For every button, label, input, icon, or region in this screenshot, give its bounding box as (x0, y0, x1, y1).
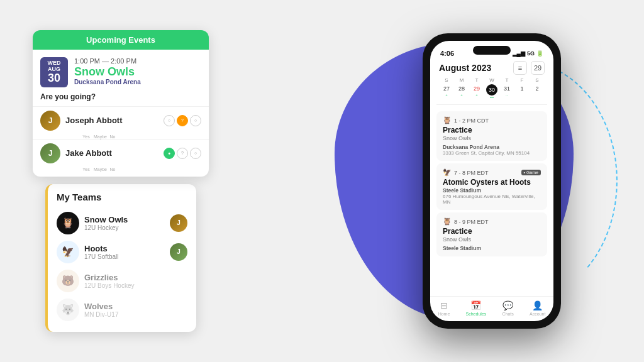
event-card-time-1: 🦉 1 - 2 PM CDT (443, 116, 541, 124)
event-card-game[interactable]: 🦅 7 - 8 PM EDT ▪ Game Atomic Oysters at … (436, 163, 547, 210)
team-logo-hoots: 🦅 (57, 241, 79, 263)
rsvp-maybe-joseph[interactable]: ? (177, 115, 188, 126)
battery-icon: 🔋 (536, 50, 543, 57)
chats-icon: 💬 (502, 300, 513, 310)
team-info-grizzlies: Grizzlies 12U Boys Hockey (84, 273, 187, 289)
rsvp-label-yes-2: Yes (80, 167, 92, 172)
event-icon-1: 🦉 (443, 116, 452, 124)
team-name-wolves: Wolves (84, 302, 187, 311)
cal-day-header-f: F (514, 77, 530, 83)
rsvp-label-maybe-2: Maybe (94, 167, 105, 172)
team-name-snow-owls: Snow Owls (84, 215, 165, 224)
team-info-snow-owls: Snow Owls 12U Hockey (84, 215, 165, 231)
cal-day-header-t2: T (499, 77, 514, 83)
day-name: WED (45, 60, 63, 66)
nav-schedules[interactable]: 📅 Schedules (466, 300, 487, 316)
event-badge-game: ▪ Game (521, 170, 541, 175)
cal-day-header-w: W (484, 77, 499, 83)
team-row-wolves[interactable]: 🐺 Wolves MN Div-U17 (57, 295, 187, 324)
rsvp-buttons-joseph: ○ ? ○ (164, 115, 201, 126)
cal-day-29[interactable]: 29 + (469, 84, 484, 99)
event-title-2: Atomic Oysters at Hoots (443, 178, 541, 187)
event-title: Snow Owls (74, 66, 201, 79)
team-row-snow-owls[interactable]: 🦉 Snow Owls 12U Hockey J (57, 209, 187, 238)
cal-day-2[interactable]: 2 (530, 84, 545, 99)
phone-time: 4:06 (440, 50, 454, 57)
rsvp-yes-jake[interactable]: ● (164, 148, 175, 159)
rsvp-label-yes-1: Yes (80, 134, 92, 139)
event-time: 1:00 PM — 2:00 PM (74, 57, 201, 65)
rsvp-buttons-jake: ● ? ○ (164, 148, 201, 159)
event-card-practice-1[interactable]: 🦉 1 - 2 PM CDT Practice Snow Owls Ducksa… (436, 111, 547, 161)
event-time-text-3: 8 - 9 PM EDT (454, 219, 489, 225)
event-team-1: Snow Owls (443, 135, 541, 141)
rsvp-no-jake[interactable]: ○ (190, 148, 201, 159)
phone-notch (473, 46, 511, 55)
rsvp-maybe-jake[interactable]: ? (177, 148, 188, 159)
team-name-hoots: Hoots (84, 244, 165, 253)
phone-bottom-nav: ⊟ Home 📅 Schedules 💬 Chats 👤 Account (430, 296, 553, 321)
cal-days-header: S M T W T F S (439, 77, 545, 83)
event-venue-3: Steele Stadium (443, 245, 541, 251)
cal-week: 27 + 28 + 29 + 30 ••• (439, 84, 545, 99)
event-venue: Ducksana Pond Arena (74, 79, 201, 85)
team-sub-snow-owls: 12U Hockey (84, 224, 165, 231)
team-logo-grizzlies: 🐻 (57, 270, 79, 292)
team-avatar-snow-owls: J (170, 214, 187, 232)
avatar-joseph: J (40, 111, 60, 131)
day-num: 30 (45, 72, 63, 85)
phone-screen: 4:06 ▂▄▆ 5G 🔋 August 2023 ≡ 29 S (430, 41, 553, 321)
my-teams-card: My Teams 🦉 Snow Owls 12U Hockey J 🦅 Hoot… (45, 184, 196, 332)
event-time-text-1: 1 - 2 PM CDT (454, 118, 489, 124)
cal-day-28[interactable]: 28 + (454, 84, 469, 99)
nav-account[interactable]: 👤 Account (530, 300, 545, 316)
cal-day-30[interactable]: 30 ••• (484, 84, 499, 99)
event-address-1: 3333 Green St, Capital City, MN 55104 (443, 150, 541, 156)
rsvp-yes-joseph[interactable]: ○ (164, 115, 175, 126)
event-info: 1:00 PM — 2:00 PM Snow Owls Ducksana Pon… (74, 57, 201, 85)
team-info-hoots: Hoots 17U Softball (84, 244, 165, 260)
nav-chats-label: Chats (502, 312, 514, 316)
rsvp-no-joseph[interactable]: ○ (190, 115, 201, 126)
team-info-wolves: Wolves MN Div-U17 (84, 302, 187, 318)
event-team-3: Snow Owls (443, 236, 541, 243)
event-card-practice-2[interactable]: 🦉 8 - 9 PM EDT Practice Snow Owls Steele… (436, 212, 547, 256)
nav-account-label: Account (530, 312, 545, 316)
team-sub-grizzlies: 12U Boys Hockey (84, 282, 187, 289)
team-row-hoots[interactable]: 🦅 Hoots 17U Softball J (57, 238, 187, 266)
cal-day-31[interactable]: 31 ... (499, 84, 514, 99)
cal-day-header-m: M (454, 77, 469, 83)
divider-cal-events (436, 104, 547, 105)
event-title-1: Practice (443, 126, 541, 134)
team-avatar-hoots: J (170, 243, 187, 261)
avatar-jake: J (40, 143, 60, 163)
team-logo-snow-owls: 🦉 (57, 212, 79, 234)
rsvp-label-no-1: No (107, 134, 118, 139)
cal-icons: ≡ 29 (513, 61, 545, 75)
attendee-row-jake: J Jake Abbott ● ? ○ (33, 139, 209, 167)
attendee-name-jake: Jake Abbott (65, 148, 158, 158)
team-name-grizzlies: Grizzlies (84, 273, 187, 282)
phone-signal: ▂▄▆ 5G 🔋 (513, 50, 543, 57)
signal-type: 5G (527, 50, 535, 57)
schedules-icon: 📅 (470, 300, 481, 310)
nav-chats[interactable]: 💬 Chats (502, 300, 514, 316)
phone-events-list: 🦉 1 - 2 PM CDT Practice Snow Owls Ducksa… (430, 106, 553, 296)
team-row-grizzlies[interactable]: 🐻 Grizzlies 12U Boys Hockey (57, 266, 187, 295)
upcoming-events-header: Upcoming Events (33, 30, 209, 50)
signal-bars: ▂▄▆ (513, 50, 525, 57)
left-panels: Upcoming Events WED AUG 30 1:00 PM — 2:0… (33, 30, 209, 332)
event-card-time-3: 🦉 8 - 9 PM EDT (443, 217, 541, 226)
attendee-row-joseph: J Joseph Abbott ○ ? ○ (33, 106, 209, 134)
cal-view-icon[interactable]: 29 (531, 61, 545, 75)
nav-home[interactable]: ⊟ Home (438, 300, 450, 316)
cal-day-27[interactable]: 27 + (439, 84, 454, 99)
cal-day-header-t1: T (469, 77, 484, 83)
event-icon-3: 🦉 (443, 217, 452, 226)
cal-day-header-s1: S (439, 77, 454, 83)
cal-filter-icon[interactable]: ≡ (513, 61, 527, 75)
cal-day-1[interactable]: 1 (514, 84, 530, 99)
phone-mockup: 4:06 ▂▄▆ 5G 🔋 August 2023 ≡ 29 S (423, 33, 561, 329)
team-logo-wolves: 🐺 (57, 299, 79, 321)
home-icon: ⊟ (440, 300, 448, 310)
